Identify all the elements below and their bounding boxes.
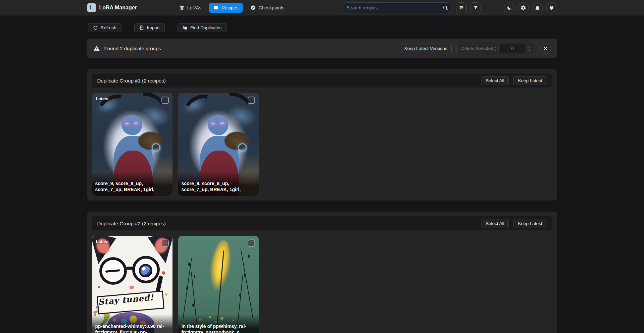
heart-icon (549, 5, 554, 11)
refresh-icon (93, 25, 98, 30)
recipe-checkbox[interactable] (248, 97, 255, 104)
close-icon (543, 46, 548, 51)
select-all-button[interactable]: Select All (481, 219, 509, 228)
find-duplicates-label: Find Duplicates (190, 25, 221, 30)
recipe-caption: pp-enchanted-whimsy:0.90 ral-frctlgmtry_… (92, 314, 172, 333)
duplicate-group-1: Duplicate Group #1 (2 recipes) Select Al… (87, 69, 557, 201)
navbar: L LoRA Manager LoRAs Recipes Checkpoi (0, 0, 644, 16)
app-logo: L (87, 3, 96, 12)
delete-count-input[interactable] (498, 44, 527, 53)
recipes-toolbar: Refresh Import Find Duplicates (87, 23, 557, 32)
recipe-card[interactable]: Latest score_9, score_8_up, score_7_up, … (92, 93, 172, 196)
warning-icon (93, 45, 100, 52)
keep-latest-button[interactable]: Keep Latest (513, 219, 547, 228)
moon-icon (506, 5, 512, 11)
latest-badge: Latest (96, 96, 109, 101)
nav-tab-label: Recipes (221, 5, 239, 10)
book-icon (213, 5, 219, 10)
app-brand[interactable]: L LoRA Manager (87, 3, 137, 12)
search-icon[interactable] (443, 5, 448, 11)
keep-latest-button[interactable]: Keep Latest (513, 76, 547, 85)
group-title: Duplicate Group #1 (2 recipes) (97, 78, 166, 84)
recipe-card[interactable]: in the style of ppWhimsy, ral-frctlgmtry… (178, 236, 259, 333)
notifications-button[interactable] (532, 2, 543, 13)
group-cards: Latest score_9, score_8_up, score_7_up, … (92, 93, 552, 196)
latest-badge: Latest (96, 239, 109, 244)
layers-icon (179, 5, 185, 10)
filter-button[interactable] (470, 2, 481, 13)
select-all-button[interactable]: Select All (481, 76, 509, 85)
search-input[interactable] (346, 5, 443, 10)
group-cards: Stay tuned! 2 Latest pp-enchanted-whimsy… (92, 236, 552, 333)
recipe-card[interactable]: score_9, score_8_up, score_7_up, BREAK, … (178, 93, 259, 196)
copy-icon (183, 25, 188, 30)
recipe-card[interactable]: Stay tuned! 2 Latest pp-enchanted-whimsy… (92, 236, 172, 333)
recipe-caption: in the style of ppWhimsy, ral-frctlgmtry… (178, 314, 259, 333)
funnel-icon (473, 5, 478, 10)
bell-icon (535, 5, 540, 11)
nav-tab-label: Checkpoints (258, 5, 284, 10)
import-label: Import (147, 25, 160, 30)
navbar-actions (504, 2, 557, 13)
group-header: Duplicate Group #2 (2 recipes) Select Al… (92, 216, 552, 230)
sort-options-button[interactable] (456, 2, 467, 13)
app-title: LoRA Manager (99, 5, 137, 11)
delete-selected-label: Delete Selected ( (461, 46, 496, 51)
gear-icon (521, 5, 526, 11)
support-button[interactable] (546, 2, 557, 13)
main-nav: LoRAs Recipes Checkpoints (175, 3, 289, 13)
recipe-checkbox[interactable] (161, 97, 169, 104)
recipe-caption: score_9, score_8_up, score_7_up, BREAK, … (92, 171, 172, 196)
group-header: Duplicate Group #1 (2 recipes) Select Al… (92, 73, 552, 88)
banner-message: Found 2 duplicate groups (104, 46, 161, 51)
check-circle-icon (250, 5, 256, 10)
duplicate-group-2: Duplicate Group #2 (2 recipes) Select Al… (87, 212, 557, 333)
duplicates-banner: Found 2 duplicate groups Keep Latest Ver… (87, 39, 557, 58)
nav-tab-recipes[interactable]: Recipes (209, 3, 243, 13)
nav-tab-checkpoints[interactable]: Checkpoints (246, 3, 289, 13)
nav-tab-label: LoRAs (187, 5, 201, 10)
import-button[interactable]: Import (134, 23, 165, 32)
recipe-checkbox[interactable] (248, 239, 255, 247)
find-duplicates-button[interactable]: Find Duplicates (178, 23, 227, 32)
stay-tuned-sign: Stay tuned! (97, 290, 164, 314)
refresh-label: Refresh (101, 25, 116, 30)
settings-button[interactable] (518, 2, 529, 13)
close-banner-button[interactable] (540, 43, 551, 54)
search-box (342, 2, 453, 13)
recipe-checkbox[interactable] (161, 239, 169, 247)
import-icon (139, 25, 144, 30)
refresh-button[interactable]: Refresh (88, 23, 121, 32)
nav-tab-loras[interactable]: LoRAs (175, 3, 206, 13)
main-content: Refresh Import Find Duplicates Found 2 d… (87, 23, 557, 333)
group-title: Duplicate Group #2 (2 recipes) (97, 221, 166, 226)
search-area (342, 2, 481, 13)
keep-latest-versions-button[interactable]: Keep Latest Versions (400, 44, 452, 53)
recipe-caption: score_9, score_8_up, score_7_up, BREAK, … (178, 171, 259, 196)
delete-selected-button[interactable]: Delete Selected ( ) (456, 42, 535, 55)
sliders-icon (459, 5, 464, 10)
theme-toggle-button[interactable] (504, 2, 515, 13)
delete-selected-suffix: ) (529, 46, 531, 51)
